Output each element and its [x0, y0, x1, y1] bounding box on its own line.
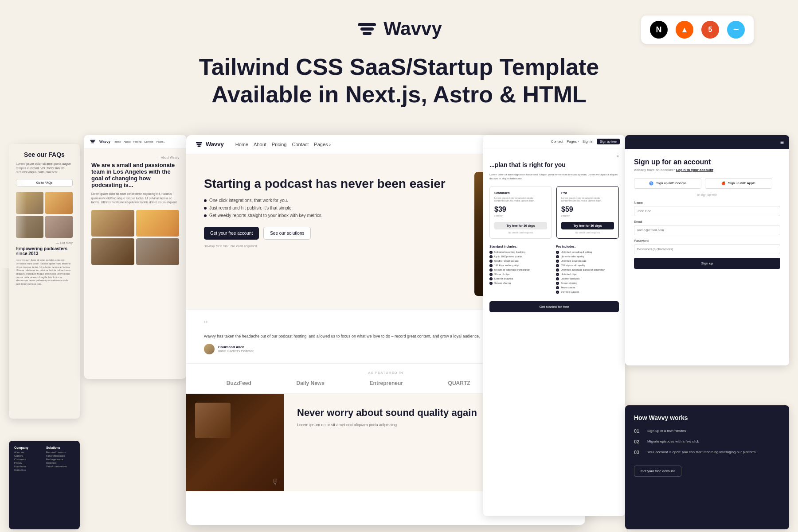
name-input[interactable] — [634, 206, 780, 216]
pricing-title: ...plan that is right for you — [489, 161, 619, 168]
nav-about[interactable]: About — [254, 142, 266, 147]
pro-feat-10: 24/7 live support — [556, 291, 619, 294]
pro-features: Pro includes: Unlimited recording & edit… — [556, 245, 619, 295]
footer-link-livestreams[interactable]: Live shows — [14, 465, 43, 468]
about-text: Lorem ipsum dolor sit amet consectetur a… — [91, 192, 179, 205]
pro-trial-btn[interactable]: Try free for 30 days — [561, 222, 614, 229]
pro-feat-6: Unlimited clips — [556, 273, 619, 276]
faq-photo-1 — [16, 192, 43, 214]
nav-home[interactable]: Home — [235, 142, 248, 147]
hero-feature-1: One click integrations, that work for yo… — [204, 198, 466, 203]
author-info: Courtland Allen Indie Hackers Podcast — [218, 345, 254, 353]
std-feat-7: Listener analytics — [489, 277, 552, 280]
pro-feat-3: Unlimited cloud storage — [556, 260, 619, 263]
panel-how: How Wavvy works 01 Sign up in a few minu… — [625, 405, 789, 529]
tailwind-badge: ~ — [727, 21, 745, 39]
hero-trial-note: 30-day free trial. No card required. — [204, 244, 466, 248]
about-nav-pricing[interactable]: Pricing — [133, 140, 141, 143]
about-nav-about[interactable]: About — [124, 140, 131, 143]
panel-pricing: Contact Pages › Sign in Sign up free ≡ .… — [483, 135, 625, 516]
about-nav-pages[interactable]: Pages › — [156, 140, 165, 143]
signup-content: Sign up for an account Already have an a… — [625, 149, 789, 278]
pro-price: $59 — [561, 206, 614, 214]
standard-desc: Lorem ipsum dolor sit amet molestie cond… — [494, 197, 547, 202]
about-nav-home[interactable]: Home — [114, 140, 121, 143]
apple-signup-btn[interactable]: 🍎 Sign up with Apple — [705, 178, 772, 189]
footer-link-small[interactable]: For small creators — [46, 451, 74, 454]
google-icon — [649, 181, 653, 186]
about-photo-3 — [91, 238, 134, 265]
faq-body: Lorem ipsum dolor sit amet sodales ante … — [16, 259, 73, 286]
page-title: Tailwind CSS SaaS/Startup Template Avail… — [199, 53, 599, 109]
pro-feat-9: Team spaces — [556, 286, 619, 289]
pro-feat-4: 320 kbps audio quality — [556, 264, 619, 267]
footer-link-aboutus[interactable]: About us — [14, 451, 43, 454]
footer-link-pro[interactable]: For professionals — [46, 454, 74, 457]
faq-btn[interactable]: Go to FAQs — [16, 179, 73, 186]
signup-title: Sign up for an account — [634, 158, 780, 166]
panel-footer: Company About us Careers Customers Priva… — [9, 441, 80, 529]
logo-area: Wavvy — [356, 18, 442, 40]
footer-link-large[interactable]: For large teams — [46, 458, 74, 461]
about-nav-contact[interactable]: Contact — [144, 140, 153, 143]
email-input[interactable] — [634, 225, 780, 235]
social-buttons: Sign up with Google 🍎 Sign up with Apple — [634, 178, 780, 189]
how-title: How Wavvy works — [634, 414, 780, 421]
pro-feat-2: Up to 4k video quality — [556, 255, 619, 258]
pricing-section-label: ≡ — [489, 155, 619, 159]
svg-rect-2 — [363, 32, 372, 35]
pro-feat-8: Screen sharing — [556, 282, 619, 285]
std-feat-5: 5 hours of automatic transcription — [489, 268, 552, 272]
login-link[interactable]: Login to your account — [676, 168, 713, 172]
pricing-cta-btn[interactable]: Get started for free — [489, 301, 619, 312]
svg-rect-6 — [91, 142, 94, 143]
footer-link-privacy[interactable]: Privacy — [14, 462, 43, 464]
pricing-card-pro: Pro Lorem ipsum dolor sit amet molestie … — [556, 186, 619, 239]
about-photo-2 — [136, 210, 179, 237]
pricing-nav-signup[interactable]: Sign up free — [597, 139, 620, 144]
nav-logo: Wavvy — [195, 140, 224, 148]
nav-contact[interactable]: Contact — [292, 142, 309, 147]
how-step-2: 02 Migrate episodes with a few click — [634, 439, 780, 444]
standard-note: No credit card required — [494, 231, 547, 234]
how-step-text-3: Your account is open: you can start reco… — [647, 450, 757, 454]
pricing-nav-pages[interactable]: Pages › — [567, 140, 579, 144]
nav-logo-text: Wavvy — [206, 141, 224, 148]
how-step-num-3: 03 — [634, 450, 643, 455]
nav-pages[interactable]: Pages › — [314, 142, 331, 147]
hero-content: Starting a podcast has never been easier… — [204, 172, 466, 300]
divider-text: or sign up with — [634, 193, 780, 196]
how-step-3: 03 Your account is open: you can start r… — [634, 450, 780, 455]
pro-feat-7: Listener analytics — [556, 277, 619, 280]
how-step-1: 01 Sign up in a few minutes — [634, 428, 780, 434]
pro-feat-5: Unlimited automatic transcript generatio… — [556, 268, 619, 272]
pricing-nav-signin[interactable]: Sign in — [583, 140, 593, 144]
panel-faq: See our FAQs Lorem ipsum dolor sit amet … — [9, 144, 80, 419]
submit-btn[interactable]: Sign up — [634, 258, 780, 269]
footer-col2-title: Solutions — [46, 446, 74, 449]
standard-features-title: Standard includes: — [489, 245, 552, 248]
headline: Tailwind CSS SaaS/Startup Template Avail… — [199, 53, 599, 109]
author-role: Indie Hackers Podcast — [218, 349, 254, 353]
faq-photo-3 — [16, 216, 43, 238]
google-signup-btn[interactable]: Sign up with Google — [634, 178, 701, 189]
hero-feature-2: Just record and hit publish, it's that s… — [204, 206, 466, 210]
pro-label: Pro — [561, 191, 614, 195]
footer-link-contact[interactable]: Contact us — [14, 469, 43, 471]
footer-link-customers[interactable]: Customers — [14, 458, 43, 461]
hero-primary-btn[interactable]: Get your free account — [204, 227, 259, 240]
standard-trial-btn[interactable]: Try free for 30 days — [494, 222, 547, 229]
pricing-nav-contact[interactable]: Contact — [551, 140, 563, 144]
faq-photo-4 — [45, 216, 73, 238]
how-step-num-2: 02 — [634, 439, 643, 444]
footer-link-virtual[interactable]: Virtual conferences — [46, 465, 74, 468]
footer-link-careers[interactable]: Careers — [14, 454, 43, 457]
footer-link-webinars[interactable]: Webinars — [46, 462, 74, 464]
how-cta-btn[interactable]: Get your free account — [634, 466, 681, 477]
nav-pricing[interactable]: Pricing — [272, 142, 287, 147]
password-input[interactable] — [634, 244, 780, 254]
pricing-desc: Lorem dolor sit amet dignissim fusce sed… — [489, 173, 619, 181]
std-feat-4: 192 kbps audio quality — [489, 264, 552, 267]
hero-secondary-btn[interactable]: See our solutions — [263, 227, 311, 240]
hero-feature-3: Get weekly reports straight to your inbo… — [204, 213, 466, 218]
